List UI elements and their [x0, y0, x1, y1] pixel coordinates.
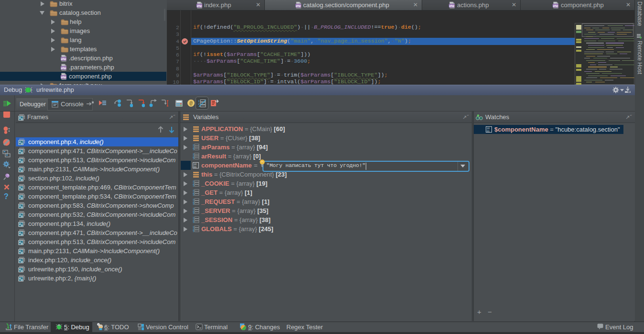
svg-text:php: php — [553, 4, 558, 7]
svg-text:3: 3 — [193, 221, 194, 223]
svg-text:3: 3 — [193, 202, 194, 205]
svg-text:php: php — [196, 4, 202, 7]
svg-text:01: 01 — [487, 130, 490, 133]
svg-text:php: php — [61, 67, 66, 69]
svg-text:3: 3 — [193, 184, 194, 187]
svg-text:php: php — [61, 57, 66, 60]
svg-text:@: @ — [189, 100, 193, 106]
svg-text:3: 3 — [193, 157, 194, 160]
svg-text:2: 2 — [198, 102, 199, 106]
svg-text:3: 3 — [193, 212, 194, 214]
svg-text:3: 3 — [193, 230, 194, 233]
svg-text:3: 3 — [193, 148, 194, 151]
svg-text:01: 01 — [194, 166, 196, 169]
svg-text:php: php — [61, 76, 66, 78]
svg-text:php: php — [295, 4, 301, 7]
svg-text:php: php — [449, 4, 455, 7]
svg-text:3: 3 — [193, 193, 194, 196]
